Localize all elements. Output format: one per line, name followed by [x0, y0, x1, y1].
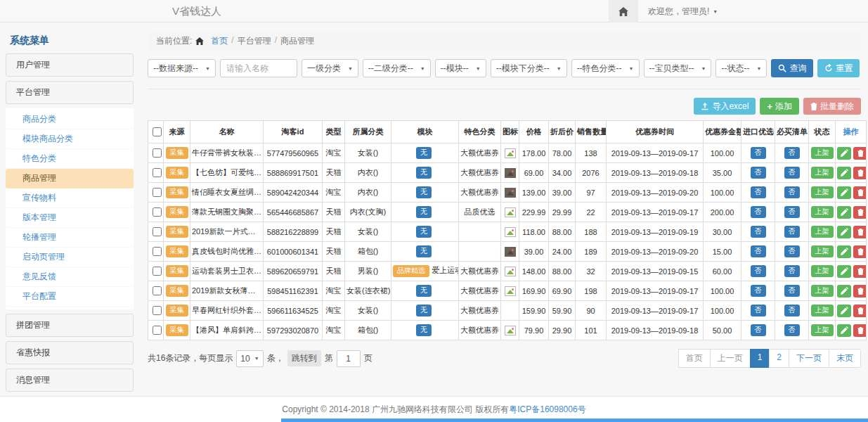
page-button[interactable]: 首页 [678, 349, 711, 368]
page-input[interactable] [337, 350, 361, 367]
import-select-badge[interactable]: 否 [751, 147, 766, 159]
page-button[interactable]: 下一页 [789, 349, 829, 368]
edit-button[interactable] [837, 265, 851, 278]
page-button[interactable]: 1 [750, 349, 770, 368]
status-badge[interactable]: 上架 [811, 226, 834, 238]
row-checkbox[interactable] [153, 168, 162, 177]
data-source-select[interactable]: --数据来源-- ▼ [148, 59, 216, 77]
page-button[interactable]: 2 [769, 349, 789, 368]
edit-button[interactable] [837, 226, 851, 238]
sidebar-subitem[interactable]: 特色分类 [6, 149, 134, 169]
delete-button[interactable] [853, 245, 867, 258]
jump-button[interactable]: 跳转到 [287, 350, 321, 366]
edit-button[interactable] [837, 186, 851, 199]
status-badge[interactable]: 上架 [811, 305, 834, 316]
sidebar-subitem[interactable]: 商品管理 [6, 169, 134, 188]
sidebar-subitem[interactable]: 宣传物料 [6, 188, 134, 208]
status-badge[interactable]: 上架 [811, 285, 834, 297]
must-buy-badge[interactable]: 否 [784, 265, 800, 277]
status-badge[interactable]: 上架 [811, 147, 834, 159]
must-buy-badge[interactable]: 否 [784, 147, 800, 159]
breadcrumb-label[interactable]: 平台管理 [238, 35, 271, 47]
search-button[interactable]: 查询 [771, 59, 813, 77]
import-excel-button[interactable]: 导入excel [694, 98, 756, 115]
row-checkbox[interactable] [153, 267, 162, 276]
import-select-badge[interactable]: 否 [751, 324, 766, 336]
must-buy-badge[interactable]: 否 [784, 305, 800, 316]
filter-select[interactable]: --状态--▼ [715, 59, 767, 77]
reset-button[interactable]: 重置 [817, 59, 860, 77]
import-select-badge[interactable]: 否 [751, 186, 766, 198]
sidebar-subitem[interactable]: 轮播管理 [6, 228, 134, 248]
import-select-badge[interactable]: 否 [751, 167, 766, 179]
batch-delete-button[interactable]: 批量删除 [803, 98, 861, 115]
status-badge[interactable]: 上架 [811, 245, 834, 257]
import-select-badge[interactable]: 否 [751, 285, 766, 297]
sidebar-section[interactable]: 拼团管理 [6, 314, 134, 337]
sidebar-section[interactable]: 用户管理 [6, 53, 134, 77]
must-buy-badge[interactable]: 否 [784, 245, 800, 257]
edit-button[interactable] [837, 285, 851, 298]
row-checkbox[interactable] [153, 286, 162, 295]
status-badge[interactable]: 上架 [811, 186, 834, 198]
filter-select[interactable]: 一级分类▼ [302, 59, 358, 77]
delete-button[interactable] [853, 186, 867, 199]
delete-button[interactable] [853, 167, 867, 179]
must-buy-badge[interactable]: 否 [784, 167, 800, 179]
edit-button[interactable] [837, 324, 851, 337]
add-button[interactable]: + 添加 [760, 98, 799, 115]
breadcrumb-label[interactable]: 商品管理 [280, 35, 314, 47]
status-badge[interactable]: 上架 [811, 265, 834, 277]
breadcrumb-label[interactable]: 首页 [211, 35, 228, 47]
delete-button[interactable] [853, 285, 867, 298]
sidebar-section[interactable]: 平台管理 [6, 81, 134, 104]
must-buy-badge[interactable]: 否 [784, 226, 800, 238]
must-buy-badge[interactable]: 否 [784, 186, 800, 198]
sidebar-section[interactable]: 消息管理 [6, 369, 134, 392]
row-checkbox[interactable] [153, 207, 162, 217]
delete-button[interactable] [853, 206, 867, 219]
row-checkbox[interactable] [153, 247, 162, 256]
edit-button[interactable] [837, 305, 851, 317]
must-buy-badge[interactable]: 否 [784, 285, 800, 297]
per-page-select[interactable]: 10 ▼ [236, 350, 263, 367]
filter-select[interactable]: --模块--▼ [435, 59, 486, 77]
sidebar-subitem[interactable]: 意见反馈 [6, 267, 134, 287]
import-select-badge[interactable]: 否 [751, 265, 766, 277]
row-checkbox[interactable] [153, 148, 162, 158]
icp-link[interactable]: 粤ICP备16098006号 [509, 404, 585, 414]
delete-button[interactable] [853, 147, 867, 160]
must-buy-badge[interactable]: 否 [784, 324, 800, 336]
row-checkbox[interactable] [153, 306, 162, 315]
sidebar-subitem[interactable]: 模块商品分类 [6, 129, 134, 149]
status-badge[interactable]: 上架 [811, 324, 834, 336]
delete-button[interactable] [853, 265, 867, 278]
row-checkbox[interactable] [153, 326, 162, 335]
sidebar-section[interactable]: 省惠快报 [6, 341, 134, 364]
name-input[interactable] [220, 59, 297, 77]
filter-select[interactable]: --宝贝类型--▼ [644, 59, 712, 77]
page-button[interactable]: 上一页 [710, 349, 751, 368]
import-select-badge[interactable]: 否 [751, 226, 766, 238]
filter-select[interactable]: --特色分类--▼ [571, 59, 640, 77]
import-select-badge[interactable]: 否 [751, 245, 766, 257]
row-checkbox[interactable] [153, 227, 162, 236]
page-button[interactable]: 末页 [829, 349, 861, 368]
delete-button[interactable] [853, 226, 867, 238]
must-buy-badge[interactable]: 否 [784, 206, 800, 218]
home-button[interactable] [609, 0, 638, 23]
edit-button[interactable] [837, 147, 851, 160]
sidebar-subitem[interactable]: 商品分类 [6, 110, 134, 129]
row-checkbox[interactable] [153, 188, 162, 197]
delete-button[interactable] [853, 305, 867, 317]
filter-select[interactable]: --模块下分类--▼ [491, 59, 567, 77]
user-menu[interactable]: 欢迎您，管理员! ▼ [638, 6, 727, 18]
sidebar-subitem[interactable]: 平台配置 [6, 287, 134, 307]
edit-button[interactable] [837, 245, 851, 258]
delete-button[interactable] [853, 324, 867, 337]
edit-button[interactable] [837, 167, 851, 179]
import-select-badge[interactable]: 否 [751, 305, 766, 316]
status-badge[interactable]: 上架 [811, 167, 834, 179]
sidebar-subitem[interactable]: 启动页管理 [6, 248, 134, 267]
sidebar-subitem[interactable]: 版本管理 [6, 208, 134, 228]
